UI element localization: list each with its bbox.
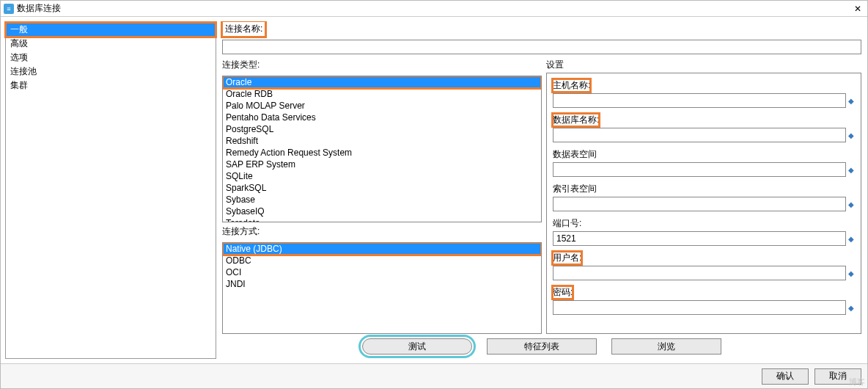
- action-button-row: 测试 特征列表 浏览: [221, 334, 863, 359]
- ts-index-input[interactable]: [553, 197, 846, 211]
- user-label: 用户名:: [553, 252, 581, 264]
- conn-mode-label: 连接方式:: [222, 225, 542, 238]
- sidebar-item-cluster[interactable]: 集群: [6, 79, 216, 92]
- cancel-button[interactable]: 取消: [814, 368, 861, 385]
- sidebar-item-pool[interactable]: 连接池: [6, 65, 216, 79]
- sidebar-item-options[interactable]: 选项: [6, 51, 216, 65]
- port-input[interactable]: [553, 231, 846, 246]
- user-input[interactable]: [553, 266, 846, 280]
- db-input[interactable]: [553, 128, 846, 142]
- category-sidebar: 一般 高级 选项 连接池 集群: [5, 21, 216, 359]
- browse-button[interactable]: 浏览: [611, 338, 721, 355]
- db-label: 数据库名称:: [553, 114, 599, 126]
- var-icon[interactable]: ◆: [847, 269, 855, 277]
- ts-index-label: 索引表空间: [553, 183, 597, 195]
- list-item[interactable]: SAP ERP System: [223, 159, 541, 170]
- list-item[interactable]: Oracle: [223, 76, 541, 88]
- main-panel: 连接名称: 连接类型: Oracle Oracle RDB Palo MOLAP…: [221, 21, 863, 359]
- list-item[interactable]: SybaseIQ: [223, 206, 541, 217]
- list-item[interactable]: Remedy Action Request System: [223, 147, 541, 159]
- sidebar-item-advanced[interactable]: 高级: [6, 37, 216, 51]
- ok-button[interactable]: 确认: [762, 368, 809, 385]
- list-item[interactable]: Redshift: [223, 135, 541, 147]
- list-item[interactable]: Native (JDBC): [223, 243, 541, 255]
- pass-input[interactable]: [553, 300, 846, 315]
- settings-panel: 主机名称: ◆ 数据库名称: ◆ 数据表空间 ◆ 索引表空间 ◆ 端口号: ◆ …: [546, 73, 861, 334]
- ts-data-label: 数据表空间: [553, 148, 597, 161]
- conn-type-label: 连接类型:: [222, 59, 542, 71]
- list-item[interactable]: OCI: [223, 266, 541, 278]
- port-label: 端口号:: [553, 217, 581, 230]
- list-item[interactable]: PostgreSQL: [223, 123, 541, 135]
- var-icon[interactable]: ◆: [847, 304, 855, 311]
- host-label: 主机名称:: [553, 79, 590, 92]
- ts-data-input[interactable]: [553, 162, 846, 177]
- window-title: 数据库连接: [17, 2, 61, 15]
- list-item[interactable]: Palo MOLAP Server: [223, 100, 541, 112]
- list-item[interactable]: Sybase: [223, 194, 541, 206]
- conn-name-input[interactable]: [222, 40, 861, 54]
- list-item[interactable]: Pentaho Data Services: [223, 112, 541, 123]
- database-icon: ≡: [4, 4, 14, 14]
- feature-list-button[interactable]: 特征列表: [487, 338, 597, 355]
- conn-type-list[interactable]: Oracle Oracle RDB Palo MOLAP Server Pent…: [222, 76, 542, 222]
- close-icon[interactable]: ✕: [851, 4, 864, 14]
- list-item[interactable]: Oracle RDB: [223, 88, 541, 100]
- list-item[interactable]: JNDI: [223, 278, 541, 290]
- conn-name-label: 连接名称:: [222, 21, 265, 37]
- pass-label: 密码:: [553, 286, 573, 299]
- list-item[interactable]: SQLite: [223, 170, 541, 182]
- settings-title: 设置: [546, 59, 861, 71]
- var-icon[interactable]: ◆: [847, 97, 855, 104]
- host-input[interactable]: [553, 93, 846, 108]
- conn-mode-list[interactable]: Native (JDBC) ODBC OCI JNDI: [222, 242, 542, 334]
- var-icon[interactable]: ◆: [847, 166, 855, 173]
- var-icon[interactable]: ◆: [847, 200, 855, 208]
- dialog-database-connection: ≡ 数据库连接 ✕ 一般 高级 选项 连接池 集群 连接名称: 连接类型:: [0, 0, 868, 389]
- sidebar-item-general[interactable]: 一般: [6, 23, 216, 37]
- var-icon[interactable]: ◆: [847, 235, 855, 242]
- list-item[interactable]: Teradata: [223, 217, 541, 222]
- titlebar: ≡ 数据库连接 ✕: [1, 1, 867, 17]
- list-item[interactable]: SparkSQL: [223, 182, 541, 194]
- list-item[interactable]: ODBC: [223, 255, 541, 266]
- test-button[interactable]: 测试: [362, 338, 472, 355]
- dialog-footer: 确认 取消: [1, 363, 867, 388]
- var-icon[interactable]: ◆: [847, 131, 855, 139]
